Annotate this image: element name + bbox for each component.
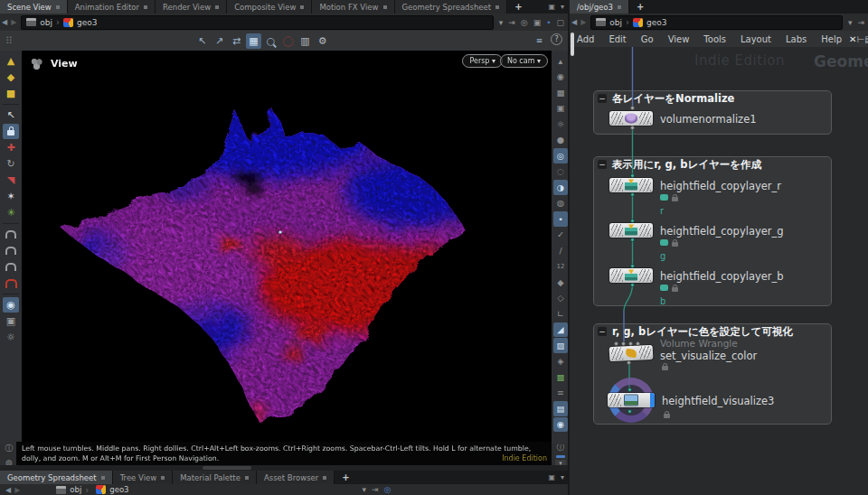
link-dot-icon[interactable]: •: [546, 18, 551, 27]
close-tab-icon[interactable]: [323, 476, 326, 480]
pin-pane-icon[interactable]: ⇥: [508, 18, 515, 27]
needle-icon[interactable]: /: [553, 243, 568, 258]
tab-composite-view[interactable]: Composite View: [227, 0, 312, 14]
back-icon[interactable]: ◀: [2, 18, 7, 26]
close-tab-icon[interactable]: [215, 5, 219, 9]
node-output-dot[interactable]: [630, 192, 635, 197]
link-follow-icon[interactable]: ◎: [384, 485, 392, 494]
comment-bubble-icon[interactable]: [660, 194, 668, 201]
scroll-up-icon[interactable]: ▴: [553, 53, 568, 69]
breadcrumb-geo3[interactable]: geo3: [646, 18, 666, 27]
tab-render-view[interactable]: Render View: [156, 0, 227, 14]
node-input-dot[interactable]: [630, 219, 635, 223]
scrollbar-grip[interactable]: [203, 466, 251, 470]
move-tool-icon[interactable]: ✚: [3, 140, 19, 155]
close-tab-icon[interactable]: [56, 5, 60, 9]
breadcrumb-obj[interactable]: obj: [70, 485, 81, 494]
snap-point-icon[interactable]: [3, 259, 19, 275]
menu-go[interactable]: Go: [634, 34, 661, 44]
pane-menu-caret-icon[interactable]: ▾: [561, 3, 564, 11]
box-zoom-icon[interactable]: ○: [263, 33, 278, 49]
pin-pane-icon[interactable]: ⇥: [857, 18, 864, 27]
pane-split-icon[interactable]: ▣: [548, 473, 555, 481]
menu-add[interactable]: Add: [570, 34, 601, 44]
node-set-visualize-color[interactable]: [609, 345, 654, 361]
node-output-dot[interactable]: [630, 283, 635, 287]
scroll-thumb[interactable]: [556, 455, 565, 458]
handles-tool-icon[interactable]: ↗: [212, 33, 227, 49]
wireframe-icon[interactable]: ◍: [553, 196, 568, 211]
path-dropdown-caret-icon[interactable]: ▾: [848, 18, 853, 27]
network-tools-icon[interactable]: ✕: [849, 33, 856, 45]
flipbook-icon[interactable]: ▥: [297, 33, 313, 49]
link-cube-icon[interactable]: ▣: [533, 18, 542, 27]
toolbar-grid-handle-icon[interactable]: ⠿: [5, 35, 12, 47]
smooth-shade-icon[interactable]: ◑: [553, 180, 568, 195]
view-tool-icon[interactable]: ◉: [3, 297, 19, 313]
pane-menu-caret-icon[interactable]: ▾: [561, 473, 564, 481]
display-flag[interactable]: [650, 393, 655, 407]
menu-edit[interactable]: Edit: [601, 34, 633, 44]
tab-tree-view[interactable]: Tree View: [113, 471, 174, 484]
menu-layout[interactable]: Layout: [733, 34, 778, 44]
pose-tool-icon[interactable]: ✶: [3, 189, 19, 204]
collapse-box-button[interactable]: −: [598, 94, 607, 103]
link-follow-icon[interactable]: ◎: [521, 18, 528, 27]
render-region-icon[interactable]: ◯: [280, 33, 296, 49]
node-heightfield-copylayer-b[interactable]: [609, 268, 653, 283]
headlight-icon[interactable]: ☼: [553, 117, 568, 132]
node-input-dot[interactable]: [628, 341, 633, 346]
camera-lock-icon[interactable]: ▣: [553, 101, 568, 117]
pane-split-icon[interactable]: ▣: [548, 3, 555, 11]
prim-markers-icon[interactable]: ◆: [553, 275, 568, 290]
display-dot-icon[interactable]: •: [553, 211, 568, 227]
close-tab-icon[interactable]: [245, 476, 249, 480]
pin-pane-icon[interactable]: ⇥: [372, 485, 379, 494]
node-volumenormalize1[interactable]: [609, 111, 653, 126]
node-input-dot[interactable]: [636, 341, 640, 346]
snap-multi-icon[interactable]: [3, 276, 19, 291]
shading-sphere-icon[interactable]: ●: [553, 133, 568, 148]
pane-frame-icon[interactable]: ▢: [556, 18, 564, 27]
menu-view[interactable]: View: [661, 34, 697, 44]
collapse-box-button[interactable]: −: [598, 327, 607, 336]
tab-scene-view[interactable]: Scene View: [0, 0, 68, 14]
pin-view-icon[interactable]: ◉: [553, 417, 568, 433]
tab-motion-fx-view[interactable]: Motion FX View: [312, 0, 394, 14]
scale-tool-icon[interactable]: ◥: [3, 173, 19, 188]
node-output-dot[interactable]: [630, 126, 635, 130]
breadcrumb-obj[interactable]: obj: [40, 18, 52, 27]
tab-obj-geo3[interactable]: /obj/geo3: [570, 0, 629, 14]
breadcrumb-obj[interactable]: obj: [609, 18, 622, 27]
light-tool-icon[interactable]: ☼: [3, 330, 19, 345]
show-points-icon[interactable]: ▦: [246, 33, 261, 49]
view-mask-icon[interactable]: ◈: [553, 354, 568, 369]
comment-bubble-icon[interactable]: [660, 239, 668, 246]
breadcrumb-geo3[interactable]: geo3: [109, 485, 128, 494]
back-icon[interactable]: ◀: [571, 18, 577, 26]
axis-tool-icon[interactable]: ✳: [3, 205, 19, 220]
close-tab-icon[interactable]: [495, 5, 499, 9]
menu-tools[interactable]: Tools: [696, 34, 733, 44]
info-icon[interactable]: ⓘ: [5, 443, 14, 454]
node-heightfield-copylayer-g[interactable]: [609, 223, 653, 238]
menu-labs[interactable]: Labs: [778, 34, 814, 44]
forward-icon[interactable]: ▶: [580, 18, 586, 26]
snapshot-frame-icon[interactable]: ▦: [553, 85, 568, 100]
select-points-icon[interactable]: ◆: [3, 70, 19, 85]
select-objects-icon[interactable]: ▲: [3, 53, 19, 69]
select-tool-icon[interactable]: ↖: [3, 107, 19, 123]
back-icon[interactable]: ◀: [5, 486, 11, 494]
render-region-tool-icon[interactable]: ▣: [3, 313, 19, 329]
new-tab-button[interactable]: +: [507, 0, 529, 14]
close-tab-icon[interactable]: [618, 5, 621, 9]
node-heightfield-copylayer-r[interactable]: [609, 178, 653, 192]
tab-geometry-spreadsheet[interactable]: Geometry Spreadsheet: [395, 0, 508, 14]
menu-help[interactable]: Help: [814, 34, 849, 44]
select-primitives-icon[interactable]: ■: [3, 86, 19, 101]
display-options-icon[interactable]: ⚙: [315, 33, 330, 49]
visibility-icon[interactable]: ◉: [553, 70, 568, 85]
network-editor-pane[interactable]: /obj/geo3 + ◀ ▶ obj › geo3 ▾ ⇥ Add Edit …: [570, 0, 868, 495]
node-heightfield-visualize3[interactable]: [608, 393, 655, 407]
node-input-dot[interactable]: [621, 341, 626, 346]
